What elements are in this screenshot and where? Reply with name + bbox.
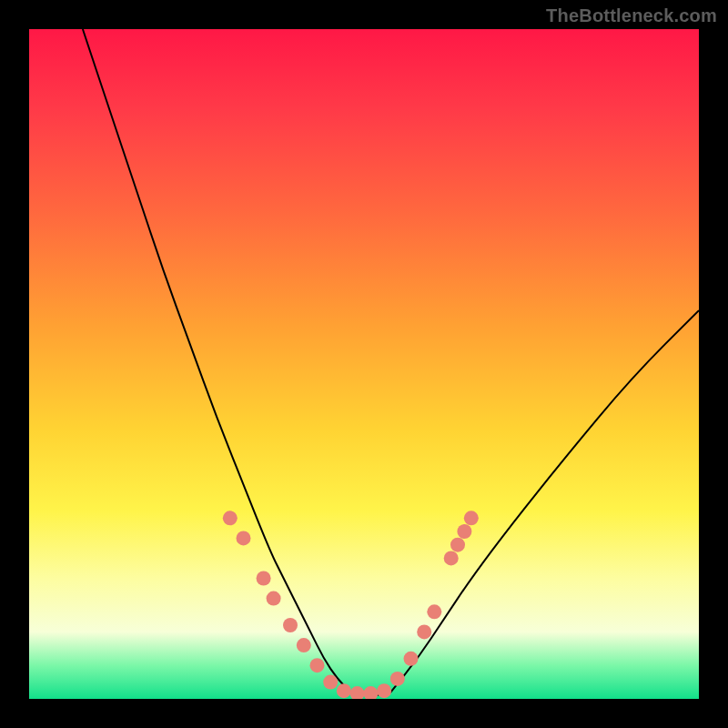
marker-right-7	[464, 511, 479, 525]
marker-right-6	[457, 524, 471, 539]
marker-right-4	[444, 551, 459, 565]
marker-right-3	[427, 604, 441, 619]
marker-left-3	[267, 592, 281, 606]
marker-left-8	[337, 683, 351, 698]
marker-group-left	[223, 511, 391, 699]
marker-left-0	[223, 511, 238, 525]
curve-path	[83, 29, 699, 695]
marker-left-9	[350, 686, 365, 699]
marker-left-2	[257, 571, 271, 586]
marker-right-0	[390, 672, 405, 686]
plot-area	[29, 29, 699, 699]
marker-left-11	[377, 683, 391, 698]
marker-right-2	[417, 624, 431, 639]
watermark-label: TheBottleneck.com	[546, 5, 717, 26]
marker-left-10	[363, 686, 378, 699]
marker-left-4	[283, 618, 298, 632]
chart-frame: TheBottleneck.com	[0, 0, 728, 728]
marker-right-5	[450, 538, 465, 552]
marker-left-7	[323, 675, 338, 690]
marker-left-5	[297, 638, 311, 652]
marker-left-1	[237, 531, 251, 545]
marker-group-right	[390, 511, 479, 686]
bottleneck-curve	[29, 29, 699, 699]
marker-right-1	[404, 652, 419, 666]
marker-left-6	[310, 658, 325, 672]
